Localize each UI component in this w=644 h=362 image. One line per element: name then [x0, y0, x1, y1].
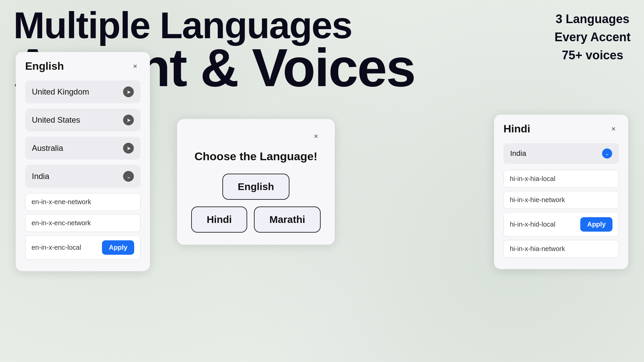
- voice-hi-hia-network[interactable]: hi-in-x-hia-network: [503, 240, 619, 258]
- hindi-region-label: India: [510, 149, 526, 158]
- voice-en-in-enc-local-label: en-in-x-enc-local: [32, 244, 81, 251]
- language-buttons-container: English Hindi Marathi: [191, 174, 321, 233]
- subtitle-line3: 75+ voices: [554, 46, 631, 64]
- voice-en-in-ene-label: en-in-x-ene-network: [32, 198, 91, 206]
- lang-btn-hindi[interactable]: Hindi: [191, 206, 247, 233]
- panel-choose-close[interactable]: ×: [311, 131, 321, 142]
- subtitle-line2: Every Accent: [554, 28, 631, 46]
- panel-hindi-title: Hindi: [503, 123, 530, 135]
- region-uk-arrow: ➤: [123, 86, 134, 97]
- lang-btn-marathi[interactable]: Marathi: [254, 206, 321, 233]
- language-row-2: Hindi Marathi: [191, 206, 321, 233]
- panel-hindi-close[interactable]: ×: [608, 124, 619, 134]
- voice-hi-hid-local[interactable]: hi-in-x-hid-local Apply: [503, 212, 619, 237]
- subtitle-line1: 3 Languages: [554, 10, 631, 28]
- voice-hi-hia-network-label: hi-in-x-hia-network: [510, 245, 565, 253]
- region-us-label: United States: [32, 115, 80, 125]
- panel-english-title: English: [25, 60, 64, 72]
- voice-hi-hid-local-label: hi-in-x-hid-local: [510, 221, 555, 228]
- panel-english-header: English ×: [25, 60, 141, 72]
- dropdown-chevron-icon: ⌄: [602, 148, 612, 159]
- lang-btn-english[interactable]: English: [222, 174, 289, 200]
- voice-hi-hia-local[interactable]: hi-in-x-hia-local: [503, 170, 619, 188]
- region-united-states[interactable]: United States ➤: [25, 109, 141, 131]
- language-row-1: English: [222, 174, 289, 200]
- voice-hi-hia-local-label: hi-in-x-hia-local: [510, 175, 555, 183]
- region-in-label: India: [32, 172, 49, 181]
- region-uk-label: United Kingdom: [32, 87, 89, 97]
- choose-language-title: Choose the Language!: [191, 150, 321, 163]
- region-us-arrow: ➤: [123, 115, 134, 125]
- region-india[interactable]: India ⌄: [25, 165, 141, 188]
- region-australia[interactable]: Australia ➤: [25, 137, 141, 160]
- panel-choose-header: ×: [191, 131, 321, 142]
- panel-english: English × United Kingdom ➤ United States…: [16, 52, 150, 271]
- panel-english-close[interactable]: ×: [130, 61, 141, 72]
- hindi-region-dropdown[interactable]: India ⌄: [503, 143, 619, 164]
- apply-button-english[interactable]: Apply: [102, 240, 134, 255]
- panel-choose-language: × Choose the Language! English Hindi Mar…: [177, 119, 335, 245]
- voice-hi-hie-network-label: hi-in-x-hie-network: [510, 196, 565, 204]
- region-in-chevron: ⌄: [123, 171, 134, 182]
- panel-hindi: Hindi × India ⌄ hi-in-x-hia-local hi-in-…: [494, 115, 628, 269]
- voice-en-in-enc-network[interactable]: en-in-x-enc-network: [25, 214, 141, 232]
- voice-hi-hie-network[interactable]: hi-in-x-hie-network: [503, 191, 619, 209]
- hero-subtitle: 3 Languages Every Accent 75+ voices: [554, 10, 631, 64]
- voice-en-in-enc-local[interactable]: en-in-x-enc-local Apply: [25, 235, 141, 260]
- apply-button-hindi[interactable]: Apply: [580, 217, 612, 232]
- region-au-arrow: ➤: [123, 143, 134, 154]
- panel-hindi-header: Hindi ×: [503, 123, 619, 135]
- voice-en-in-ene[interactable]: en-in-x-ene-network: [25, 193, 141, 211]
- region-united-kingdom[interactable]: United Kingdom ➤: [25, 80, 141, 103]
- region-au-label: Australia: [32, 143, 63, 153]
- voice-en-in-enc-network-label: en-in-x-enc-network: [32, 219, 91, 227]
